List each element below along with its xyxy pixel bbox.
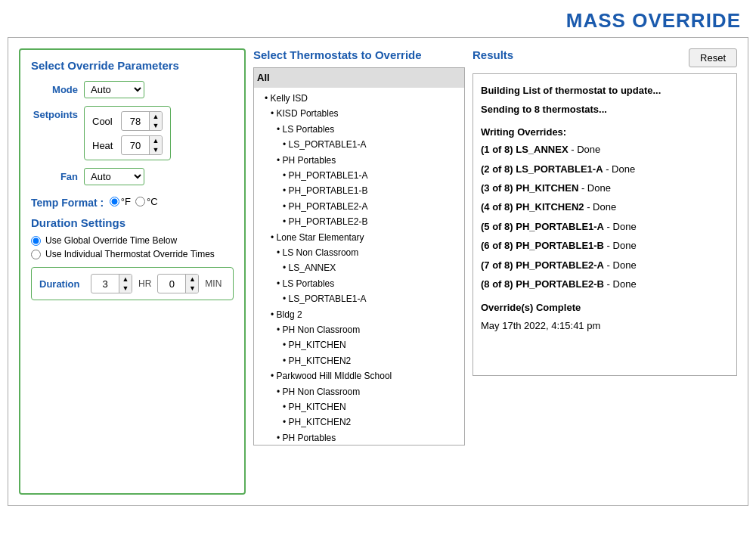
radio1-label: Use Global Override Time Below [45, 235, 177, 246]
list-item: • Kelly ISD [259, 91, 460, 106]
cool-label: Cool [92, 116, 116, 127]
temp-c-text: °C [147, 196, 158, 207]
list-item: • Lone Star Elementary [259, 230, 460, 245]
radio2-row: Use Individual Thermostat Override Times [31, 249, 234, 259]
list-item: • PH_PORTABLE1-B [259, 183, 460, 198]
heat-input[interactable] [122, 138, 149, 153]
duration-hr-spinner: ▲ ▼ [91, 274, 132, 293]
list-item: • PH_KITCHEN [259, 337, 460, 352]
list-item: • PH_KITCHEN2 [259, 353, 460, 368]
list-item: • PH_PORTABLE2-B [259, 214, 460, 229]
list-item: • PH Portables [259, 430, 460, 446]
radio2-label: Use Individual Thermostat Override Times [45, 249, 215, 259]
heat-row: Heat ▲ ▼ [92, 135, 163, 155]
override-7: (7 of 8) PH_PORTABLE2-A - Done [481, 256, 729, 274]
radio-individual[interactable] [31, 250, 41, 259]
cool-spinner: ▲ ▼ [121, 111, 163, 131]
duration-min-input[interactable] [158, 277, 185, 291]
heat-spinner: ▲ ▼ [121, 135, 163, 155]
page-title: MASS OVERRIDE [0, 0, 756, 37]
override-params-title: Select Override Parameters [31, 59, 234, 72]
duration-hr-up[interactable]: ▲ [119, 275, 132, 284]
mode-row: Mode Auto Cool Heat Off [31, 81, 234, 98]
radio-global[interactable] [31, 236, 41, 246]
override-3: (3 of 8) PH_KITCHEN - Done [481, 179, 729, 197]
cool-input[interactable] [122, 114, 149, 129]
cool-down-button[interactable]: ▼ [150, 121, 162, 130]
fan-row: Fan Auto On [31, 168, 234, 185]
duration-label: Duration [39, 278, 85, 290]
results-header: Results Reset [472, 48, 737, 67]
duration-min-down[interactable]: ▼ [186, 284, 198, 293]
setpoints-box: Cool ▲ ▼ Heat ▲ ▼ [84, 106, 171, 160]
complete-timestamp: May 17th 2022, 4:15:41 pm [481, 317, 729, 334]
building-list-label: Building List of thermostat to update... [481, 82, 729, 99]
duration-title: Duration Settings [31, 216, 234, 229]
list-item: • LS_ANNEX [259, 260, 460, 275]
list-item: • LS Portables [259, 276, 460, 291]
temp-format-title: Temp Format : [31, 197, 104, 209]
thermostat-select-title: Select Thermostats to Override [253, 48, 465, 61]
override-complete-label: Override(s) Complete [481, 299, 729, 316]
temp-format-row: Temp Format : °F °C [31, 196, 234, 209]
duration-min-up[interactable]: ▲ [186, 275, 198, 284]
left-panel: Select Override Parameters Mode Auto Coo… [19, 48, 246, 495]
middle-panel: Select Thermostats to Override All • Kel… [253, 48, 465, 495]
list-item: • PH_KITCHEN2 [259, 414, 460, 430]
list-item: • Parkwood Hill MIddle School [259, 368, 460, 383]
override-2: (2 of 8) LS_PORTABLE1-A - Done [481, 160, 729, 178]
list-item: • LS Non Classroom [259, 245, 460, 260]
list-item: • PH Portables [259, 153, 460, 168]
main-container: Select Override Parameters Mode Auto Coo… [8, 37, 748, 506]
list-item: • Bldg 2 [259, 307, 460, 322]
override-6: (6 of 8) PH_PORTABLE1-B - Done [481, 237, 729, 254]
duration-box: Duration ▲ ▼ HR ▲ ▼ MIN [31, 267, 234, 300]
right-panel: Results Reset Building List of thermosta… [472, 48, 737, 495]
list-all-header: All [254, 68, 464, 88]
list-item: • PH_PORTABLE1-A [259, 168, 460, 183]
override-8: (8 of 8) PH_PORTABLE2-B - Done [481, 275, 729, 293]
setpoints-row: Setpoints Cool ▲ ▼ Heat [31, 106, 234, 160]
list-item: • PH Non Classroom [259, 322, 460, 337]
temp-c-label[interactable]: °C [135, 196, 158, 207]
results-box: Building List of thermostat to update...… [472, 73, 737, 376]
radio1-row: Use Global Override Time Below [31, 235, 234, 246]
list-item: • PH_KITCHEN [259, 399, 460, 414]
hr-unit: HR [138, 278, 151, 289]
list-item: • KISD Portables [259, 106, 460, 121]
fan-label: Fan [31, 171, 84, 182]
cool-up-button[interactable]: ▲ [150, 112, 162, 121]
heat-up-button[interactable]: ▲ [150, 136, 162, 145]
list-item: • LS_PORTABLE1-A [259, 291, 460, 306]
min-unit: MIN [205, 278, 222, 289]
mode-select[interactable]: Auto Cool Heat Off [84, 81, 144, 98]
temp-f-radio[interactable] [110, 197, 119, 206]
duration-min-spinner: ▲ ▼ [157, 274, 199, 293]
fan-select[interactable]: Auto On [84, 168, 144, 185]
temp-c-radio[interactable] [135, 197, 145, 206]
heat-down-button[interactable]: ▼ [150, 145, 162, 154]
list-item: • LS_PORTABLE1-A [259, 137, 460, 152]
list-item: • LS Portables [259, 122, 460, 137]
heat-label: Heat [92, 140, 116, 151]
setpoints-label: Setpoints [31, 106, 84, 120]
temp-f-text: °F [121, 196, 131, 207]
cool-row: Cool ▲ ▼ [92, 111, 163, 131]
sending-label: Sending to 8 thermostats... [481, 101, 729, 118]
temp-f-label[interactable]: °F [110, 196, 131, 207]
list-item: • PH Non Classroom [259, 384, 460, 399]
thermostat-list-container[interactable]: All • Kelly ISD • KISD Portables • LS Po… [253, 67, 465, 446]
temp-format-options: °F °C [110, 196, 158, 207]
override-4: (4 of 8) PH_KITCHEN2 - Done [481, 198, 729, 216]
list-item: • PH_PORTABLE2-A [259, 199, 460, 214]
writing-overrides-label: Writing Overrides: [481, 126, 566, 138]
override-5: (5 of 8) PH_PORTABLE1-A - Done [481, 218, 729, 235]
results-title: Results [472, 48, 513, 61]
override-1: (1 of 8) LS_ANNEX - Done [481, 141, 729, 158]
duration-hr-down[interactable]: ▼ [119, 284, 132, 293]
mode-label: Mode [31, 84, 84, 95]
duration-hr-input[interactable] [91, 277, 119, 291]
reset-button[interactable]: Reset [689, 48, 737, 67]
